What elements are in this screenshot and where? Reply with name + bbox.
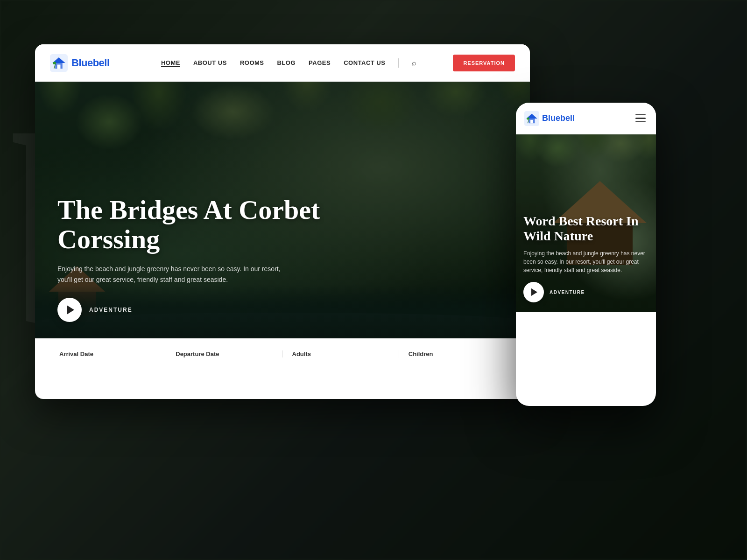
hamburger-line-1 (635, 114, 646, 116)
mobile-play-icon (531, 288, 537, 296)
booking-adults[interactable]: Adults (283, 350, 399, 357)
mobile-mockup: Bluebell Word Best Resort In Wild Nature… (516, 103, 656, 406)
mobile-hero: Word Best Resort In Wild Nature Enjoying… (516, 134, 656, 312)
hamburger-line-2 (635, 118, 646, 119)
hamburger-line-3 (635, 121, 646, 123)
svg-rect-9 (530, 119, 533, 123)
desktop-mockup: Bluebell HOME ABOUT US ROOMS BLOG PAGES … (35, 44, 530, 399)
mobile-logo-text: Bluebell (542, 113, 575, 123)
hero-subtitle: Enjoying the beach and jungle greenry ha… (57, 264, 291, 285)
nav-link-contact[interactable]: CONTACT US (344, 59, 385, 66)
play-icon (67, 305, 74, 315)
desktop-logo[interactable]: Bluebell (50, 54, 125, 72)
desktop-navbar: Bluebell HOME ABOUT US ROOMS BLOG PAGES … (35, 44, 530, 82)
desktop-nav-links: HOME ABOUT US ROOMS BLOG PAGES CONTACT U… (140, 58, 438, 68)
desktop-hero: The Bridges At Corbet Corssing Enjoying … (35, 82, 530, 369)
desktop-logo-icon (50, 54, 68, 72)
svg-rect-3 (57, 64, 61, 69)
mobile-play-button[interactable] (523, 282, 544, 302)
nav-link-rooms[interactable]: ROOMS (240, 59, 264, 66)
play-button[interactable] (57, 298, 82, 322)
desktop-logo-text: Bluebell (71, 57, 110, 69)
mobile-logo-icon (524, 111, 539, 126)
adventure-label: ADVENTURE (89, 307, 133, 313)
hero-title: The Bridges At Corbet Corssing (57, 195, 347, 255)
booking-arrival[interactable]: Arrival Date (50, 350, 166, 357)
mobile-logo[interactable]: Bluebell (524, 111, 575, 126)
booking-children[interactable]: Children (399, 350, 515, 357)
nav-link-about[interactable]: ABOUT US (193, 59, 227, 66)
mobile-adventure-label: ADVENTURE (550, 290, 585, 295)
mobile-navbar: Bluebell (516, 103, 656, 134)
nav-link-home[interactable]: HOME (161, 59, 180, 66)
nav-link-blog[interactable]: BLOG (277, 59, 296, 66)
hero-play-area: ADVENTURE (57, 298, 347, 322)
mobile-hero-content: Word Best Resort In Wild Nature Enjoying… (523, 214, 648, 302)
booking-bar: Arrival Date Departure Date Adults Child… (35, 338, 530, 369)
mobile-hero-title: Word Best Resort In Wild Nature (523, 214, 648, 244)
hero-content: The Bridges At Corbet Corssing Enjoying … (57, 195, 347, 322)
reservation-button[interactable]: RESERVATION (453, 55, 515, 71)
nav-right: RESERVATION (453, 55, 515, 71)
mobile-play-area: ADVENTURE (523, 282, 648, 302)
booking-departure[interactable]: Departure Date (166, 350, 282, 357)
hamburger-menu[interactable] (634, 112, 648, 125)
mobile-hero-subtitle: Enjoying the beach and jungle greenry ha… (523, 249, 648, 274)
search-icon[interactable]: ⌕ (412, 59, 416, 67)
nav-link-pages[interactable]: PAGES (309, 59, 331, 66)
nav-divider (398, 58, 399, 68)
